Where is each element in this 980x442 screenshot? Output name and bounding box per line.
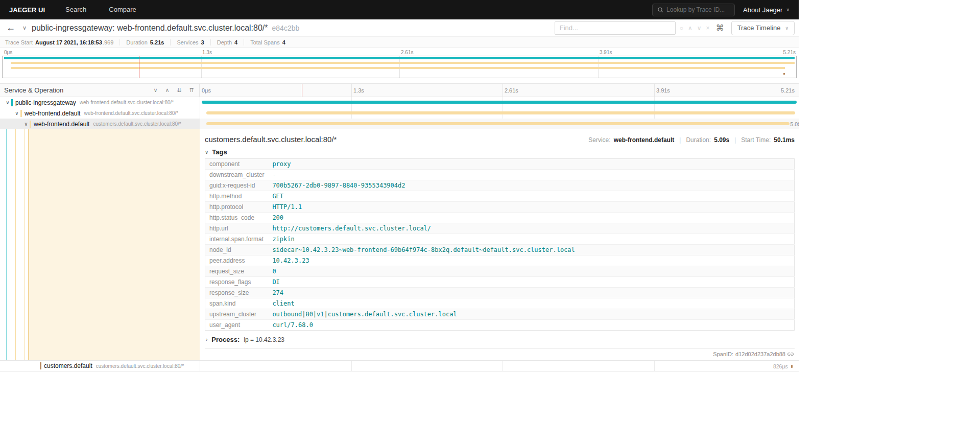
trace-lookup-box[interactable]	[652, 4, 735, 16]
span-row-customers: customers.default customers.default.svc.…	[0, 360, 799, 371]
trace-id: e84c2bb	[272, 24, 300, 32]
nav-item-search[interactable]: Search	[54, 0, 98, 19]
span-name-cell[interactable]: ∨ public-ingressgateway web-frontend.def…	[0, 97, 200, 108]
minimap-span-customers	[783, 73, 785, 75]
span-id-label: SpanID:	[713, 351, 733, 357]
trace-page-header: ← ∨ public-ingressgateway: web-frontend.…	[0, 19, 799, 37]
trace-view-selector[interactable]: Trace Timeline ∨	[731, 21, 795, 35]
span-row-web-frontend-customers: ∨ web-frontend.default customers.default…	[0, 119, 799, 129]
span-id-value: d12d02d237a2db88	[735, 351, 785, 357]
span-detail-panel: customers.default.svc.cluster.local:80/*…	[200, 129, 799, 360]
minimap-tick-labels: 0μs 1.3s 2.61s 3.91s 5.21s	[2, 50, 797, 56]
chevron-down-icon[interactable]: ∨	[13, 110, 20, 116]
about-jaeger-label: About Jaeger	[743, 6, 782, 14]
span-detail-title: customers.default.svc.cluster.local:80/*	[205, 135, 337, 144]
back-button[interactable]: ←	[6, 22, 21, 33]
timeline-ticks-header: 0μs 1.3s 2.61s 3.91s 5.21s	[200, 84, 799, 97]
expand-one-icon[interactable]: ∧	[165, 87, 170, 94]
trace-actions: ○ ∧ ∨ × ⌘ Trace Timeline ∨	[555, 21, 795, 35]
tag-row: downstream_cluster-	[205, 170, 795, 180]
chevron-down-icon[interactable]: ∨	[22, 121, 30, 127]
nav-right: About Jaeger ∨	[652, 4, 799, 16]
span-operation-name: web-frontend.default.svc.cluster.local:8…	[84, 110, 178, 116]
clear-find-icon[interactable]: ×	[706, 25, 710, 32]
tick-gridline	[654, 84, 655, 97]
minimap-tick: 2.61s	[401, 50, 413, 55]
tag-row: upstream_clusteroutbound|80|v1|customers…	[205, 309, 795, 320]
tag-row: http.urlhttp://customers.default.svc.clu…	[205, 223, 795, 234]
link-icon[interactable]	[787, 351, 794, 357]
minimap-span-web-frontend-2	[11, 67, 785, 69]
chevron-down-icon[interactable]: ∨	[4, 100, 11, 105]
span-bar[interactable]	[202, 101, 797, 104]
span-operation-name: customers.default.svc.cluster.local:80/*	[96, 363, 184, 369]
summary-depth: Depth 4	[211, 39, 244, 45]
summary-trace-start: Trace Start August 17 2021, 16:18:53 .96…	[5, 39, 120, 45]
process-accordion-toggle[interactable]: › Process: ip = 10.42.3.23	[205, 336, 795, 343]
span-timeline-cell: 826μs	[200, 361, 799, 371]
trace-title: public-ingressgateway: web-frontend.defa…	[32, 24, 299, 33]
brand-jaeger-ui[interactable]: JAEGER UI	[0, 6, 54, 14]
minimap-canvas[interactable]	[2, 56, 797, 78]
match-count-icon[interactable]: ○	[680, 25, 683, 32]
chevron-right-icon: ›	[206, 337, 207, 342]
tags-title: Tags	[212, 148, 227, 156]
search-icon	[657, 7, 663, 13]
trace-lookup-input[interactable]	[666, 6, 730, 13]
chevron-down-icon: ∨	[205, 149, 208, 155]
selected-span-highlight	[28, 129, 200, 360]
expand-all-icon[interactable]: ⇈	[189, 87, 194, 94]
timeline-tick: 5.21s	[781, 87, 795, 94]
collapse-one-icon[interactable]: ∨	[153, 87, 157, 94]
span-detail-header: customers.default.svc.cluster.local:80/*…	[205, 135, 795, 144]
tick-gridline	[503, 84, 503, 97]
about-jaeger-menu[interactable]: About Jaeger ∨	[743, 6, 790, 14]
collapse-header-chevron-icon[interactable]: ∨	[22, 25, 27, 31]
tag-row: response_flagsDI	[205, 277, 795, 288]
span-operation-name: web-frontend.default.svc.cluster.local:8…	[80, 100, 174, 105]
span-name-cell[interactable]: customers.default customers.default.svc.…	[0, 361, 200, 371]
span-operation-name: customers.default.svc.cluster.local:80/*	[93, 121, 181, 127]
span-detail-meta: Service: web-frontend.default | Duration…	[588, 136, 795, 144]
tree-guide-line	[25, 129, 25, 360]
timeline-tick: 3.91s	[656, 87, 670, 94]
find-input[interactable]	[555, 21, 676, 35]
tag-row: internal.span.formatzipkin	[205, 234, 795, 245]
span-bar[interactable]	[206, 111, 795, 114]
tags-accordion-toggle[interactable]: ∨ Tags	[205, 148, 795, 156]
jaeger-app: JAEGER UI Search Compare About Jaeger ∨ …	[0, 0, 799, 442]
span-timeline-cell	[200, 108, 799, 119]
tag-row: response_size274	[205, 288, 795, 298]
next-match-icon[interactable]: ∨	[697, 25, 702, 32]
timeline-tick: 1.3s	[353, 87, 364, 94]
tag-row: http.protocolHTTP/1.1	[205, 202, 795, 213]
span-bar[interactable]	[206, 122, 790, 125]
span-detail-row: customers.default.svc.cluster.local:80/*…	[0, 129, 799, 360]
tick-gridline	[351, 84, 352, 97]
span-name-cell[interactable]: ∨ web-frontend.default web-frontend.defa…	[0, 108, 200, 119]
detail-service-value: web-frontend.default	[614, 136, 675, 144]
span-name-cell[interactable]: ∨ web-frontend.default customers.default…	[0, 119, 200, 129]
nav-item-compare[interactable]: Compare	[98, 0, 147, 19]
span-row-public-ingressgateway: ∨ public-ingressgateway web-frontend.def…	[0, 97, 799, 108]
span-id-row: SpanID: d12d02d237a2db88	[205, 351, 795, 357]
prev-match-icon[interactable]: ∧	[688, 25, 692, 32]
collapse-all-icon[interactable]: ⇊	[177, 87, 182, 94]
span-duration-label: 826μs	[757, 363, 788, 369]
chevron-down-icon: ∨	[785, 26, 788, 31]
tag-row: span.kindclient	[205, 298, 795, 309]
chevron-down-icon: ∨	[786, 7, 790, 12]
find-controls: ○ ∧ ∨ ×	[680, 25, 710, 32]
minimap-tick: 1.3s	[202, 50, 212, 55]
span-detail-left-gutter	[0, 129, 200, 360]
tags-table: componentproxy downstream_cluster- guid:…	[205, 158, 795, 331]
keyboard-shortcuts-icon[interactable]: ⌘	[716, 23, 724, 33]
tag-row: componentproxy	[205, 159, 795, 170]
timeline-tick: 0μs	[202, 87, 211, 94]
minimap-span-public-ingressgateway	[4, 57, 795, 59]
timeline-cursor-line	[302, 84, 302, 97]
tree-guide-line	[6, 129, 7, 360]
top-nav: JAEGER UI Search Compare About Jaeger ∨	[0, 0, 799, 19]
minimap-cursor-line	[139, 56, 139, 78]
span-bar[interactable]	[791, 365, 793, 368]
